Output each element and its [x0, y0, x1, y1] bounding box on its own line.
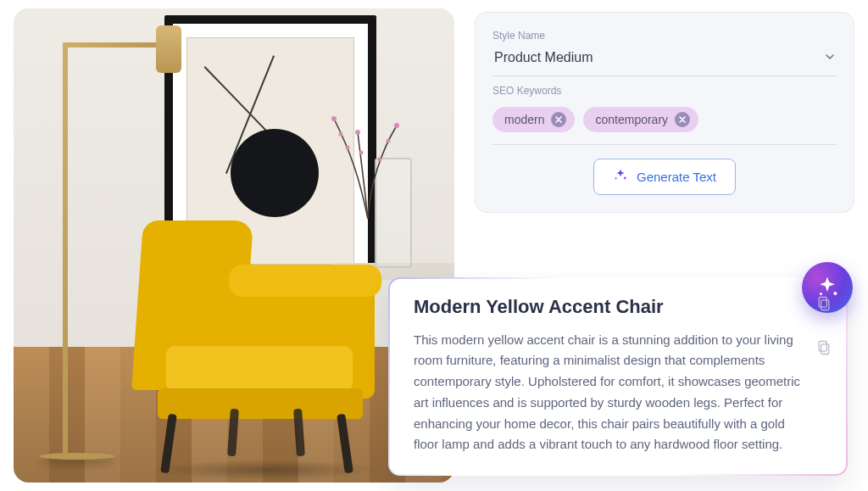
app-stage: Style Name Product Medium SEO Keywords m… [0, 0, 868, 491]
svg-rect-12 [821, 343, 829, 354]
floor-lamp-pole [63, 42, 68, 458]
floor-lamp-base [39, 453, 115, 460]
output-title: Modern Yellow Accent Chair [414, 296, 800, 318]
chip-remove-button[interactable] [551, 112, 566, 127]
svg-point-8 [833, 291, 837, 294]
style-name-label: Style Name [492, 30, 837, 42]
seo-keywords-label: SEO Keywords [492, 85, 837, 97]
floor-lamp-head [156, 25, 181, 73]
copy-body-button[interactable] [815, 338, 832, 360]
floor-lamp-arm [64, 42, 166, 47]
style-name-select[interactable]: Product Medium [492, 47, 837, 76]
svg-rect-13 [819, 341, 826, 351]
output-body: This modern yellow accent chair is a stu… [414, 330, 800, 456]
keyword-chip-label: modern [504, 113, 544, 126]
copy-title-button[interactable] [815, 294, 832, 316]
style-name-value: Product Medium [494, 50, 593, 65]
svg-rect-10 [821, 299, 829, 310]
yellow-accent-chair [129, 220, 383, 458]
keyword-chip[interactable]: modern [492, 107, 575, 132]
sparkle-icon [613, 168, 628, 186]
generate-text-label: Generate Text [637, 170, 716, 184]
chevron-down-icon [825, 50, 835, 65]
generate-text-button[interactable]: Generate Text [593, 159, 736, 195]
generated-output-card: Modern Yellow Accent Chair This modern y… [388, 277, 848, 477]
seo-keywords-chips: modern contemporary [492, 102, 837, 145]
svg-rect-11 [819, 297, 826, 307]
keyword-chip-label: contemporary [595, 113, 668, 126]
keyword-chip[interactable]: contemporary [583, 107, 698, 132]
chip-remove-button[interactable] [675, 112, 690, 127]
controls-panel: Style Name Product Medium SEO Keywords m… [475, 12, 854, 213]
